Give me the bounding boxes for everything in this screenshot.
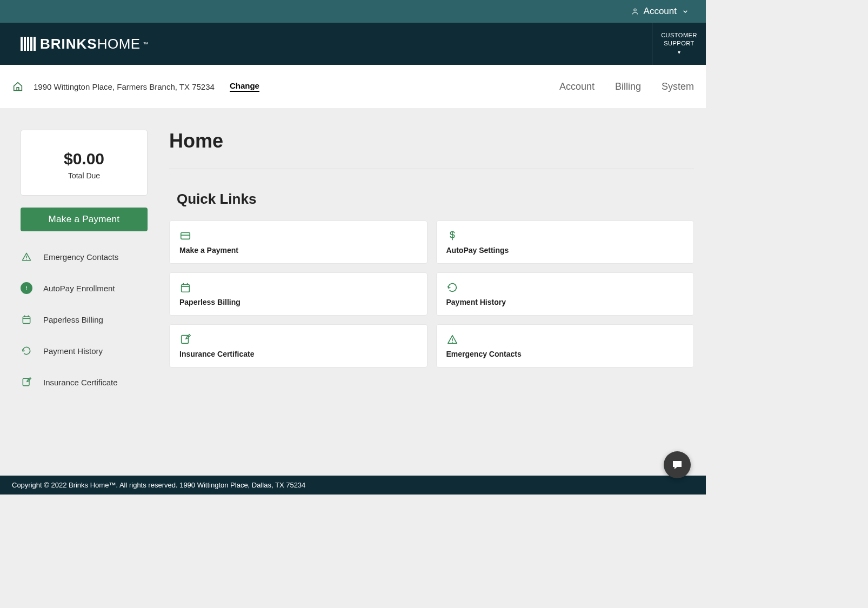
- chat-icon: [671, 458, 684, 471]
- sidebar-item-autopay-enrollment[interactable]: AutoPay Enrollment: [21, 282, 148, 294]
- triangle-alert-icon: [446, 333, 684, 345]
- calendar-icon: [21, 313, 32, 325]
- caret-down-icon: [681, 7, 690, 16]
- support-label-2: SUPPORT: [664, 39, 694, 48]
- user-icon: [631, 7, 639, 16]
- card-label: Payment History: [446, 298, 684, 306]
- footer-text: Copyright © 2022 Brinks Home™. All right…: [12, 481, 305, 489]
- home-icon[interactable]: [12, 81, 24, 92]
- header: BRINKSHOME ™ CUSTOMER SUPPORT ▾: [0, 23, 706, 65]
- triangle-alert-icon: [21, 251, 32, 263]
- nav-billing[interactable]: Billing: [615, 81, 641, 92]
- total-due-card: $0.00 Total Due: [21, 130, 148, 196]
- card-label: AutoPay Settings: [446, 246, 684, 255]
- sidebar-item-insurance-certificate[interactable]: Insurance Certificate: [21, 376, 148, 388]
- logo-bars-icon: [21, 37, 36, 51]
- history-icon: [21, 345, 32, 357]
- edit-icon: [179, 333, 417, 345]
- sidebar-item-label: Paperless Billing: [43, 315, 103, 324]
- sidebar-item-label: Insurance Certificate: [43, 378, 118, 387]
- card-label: Emergency Contacts: [446, 350, 684, 358]
- calendar-icon: [179, 282, 417, 293]
- card-autopay-settings[interactable]: AutoPay Settings: [436, 221, 695, 264]
- sidebar-links: Emergency Contacts AutoPay Enrollment Pa…: [21, 251, 148, 388]
- card-emergency-contacts[interactable]: Emergency Contacts: [436, 324, 695, 368]
- quick-links-grid: Make a Payment AutoPay Settings Paperles…: [169, 221, 694, 368]
- nav-account[interactable]: Account: [559, 81, 595, 92]
- logo[interactable]: BRINKSHOME ™: [21, 36, 149, 52]
- subnav-right: Account Billing System: [559, 81, 694, 92]
- card-label: Make a Payment: [179, 246, 417, 255]
- sidebar-item-payment-history[interactable]: Payment History: [21, 345, 148, 357]
- main: $0.00 Total Due Make a Payment Emergency…: [0, 108, 706, 388]
- dollar-icon: [446, 230, 684, 242]
- footer: Copyright © 2022 Brinks Home™. All right…: [0, 476, 706, 495]
- caret-down-icon: ▾: [678, 49, 681, 56]
- divider: [169, 169, 694, 169]
- change-address-link[interactable]: Change: [230, 81, 259, 92]
- address-text: 1990 Wittington Place, Farmers Branch, T…: [34, 82, 215, 91]
- chat-button[interactable]: [664, 451, 691, 478]
- card-insurance-certificate[interactable]: Insurance Certificate: [169, 324, 428, 368]
- account-menu[interactable]: Account: [631, 6, 690, 17]
- total-due-label: Total Due: [26, 171, 142, 180]
- section-title: Quick Links: [177, 191, 694, 208]
- customer-support-menu[interactable]: CUSTOMER SUPPORT ▾: [652, 23, 706, 65]
- top-bar: Account: [0, 0, 706, 23]
- card-icon: [179, 230, 417, 242]
- card-label: Paperless Billing: [179, 298, 417, 306]
- page-title: Home: [169, 130, 694, 152]
- history-icon: [446, 282, 684, 293]
- card-paperless-billing[interactable]: Paperless Billing: [169, 272, 428, 316]
- sidebar: $0.00 Total Due Make a Payment Emergency…: [21, 130, 148, 388]
- account-label: Account: [644, 6, 677, 17]
- support-label-1: CUSTOMER: [661, 31, 697, 39]
- exclaim-icon: [21, 282, 32, 294]
- make-payment-button[interactable]: Make a Payment: [21, 208, 148, 231]
- card-make-payment[interactable]: Make a Payment: [169, 221, 428, 264]
- subnav: 1990 Wittington Place, Farmers Branch, T…: [0, 65, 706, 108]
- card-payment-history[interactable]: Payment History: [436, 272, 695, 316]
- sidebar-item-emergency-contacts[interactable]: Emergency Contacts: [21, 251, 148, 263]
- nav-system[interactable]: System: [662, 81, 694, 92]
- edit-icon: [21, 376, 32, 388]
- sidebar-item-label: Emergency Contacts: [43, 252, 118, 262]
- logo-tm: ™: [143, 41, 149, 47]
- sidebar-item-label: AutoPay Enrollment: [43, 284, 115, 293]
- logo-text: BRINKSHOME: [40, 36, 141, 52]
- card-label: Insurance Certificate: [179, 350, 417, 358]
- sidebar-item-paperless-billing[interactable]: Paperless Billing: [21, 313, 148, 325]
- sidebar-item-label: Payment History: [43, 346, 103, 356]
- content: Home Quick Links Make a Payment AutoPay …: [169, 130, 694, 388]
- subnav-left: 1990 Wittington Place, Farmers Branch, T…: [12, 81, 259, 92]
- total-due-amount: $0.00: [26, 150, 142, 168]
